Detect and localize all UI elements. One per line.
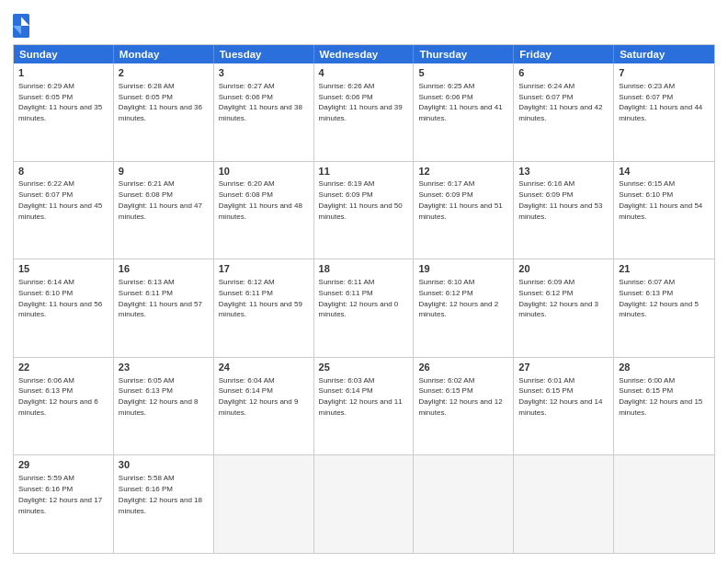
sunrise-info: Sunrise: 6:06 AM <box>18 376 74 385</box>
daylight-info: Daylight: 11 hours and 48 minutes. <box>219 201 302 221</box>
calendar-day-header: Saturday <box>614 45 714 63</box>
calendar-cell: 24 Sunrise: 6:04 AM Sunset: 6:14 PM Dayl… <box>214 358 314 455</box>
calendar-row: 15 Sunrise: 6:14 AM Sunset: 6:10 PM Dayl… <box>14 259 714 357</box>
sunrise-info: Sunrise: 6:21 AM <box>119 179 175 188</box>
calendar-cell: 8 Sunrise: 6:22 AM Sunset: 6:07 PM Dayli… <box>14 162 114 259</box>
day-number: 18 <box>319 262 409 276</box>
daylight-info: Daylight: 11 hours and 36 minutes. <box>119 103 202 122</box>
daylight-info: Daylight: 12 hours and 15 minutes. <box>619 397 702 417</box>
day-number: 8 <box>18 165 108 178</box>
sunrise-info: Sunrise: 6:12 AM <box>219 278 275 286</box>
day-number: 5 <box>418 66 508 80</box>
day-number: 10 <box>219 165 309 178</box>
sunset-info: Sunset: 6:09 PM <box>319 190 373 199</box>
calendar-cell: 23 Sunrise: 6:05 AM Sunset: 6:13 PM Dayl… <box>114 358 214 455</box>
calendar-row: 8 Sunrise: 6:22 AM Sunset: 6:07 PM Dayli… <box>14 161 714 259</box>
sunrise-info: Sunrise: 6:28 AM <box>119 82 175 90</box>
day-number: 26 <box>418 361 508 374</box>
calendar-cell: 30 Sunrise: 5:58 AM Sunset: 6:16 PM Dayl… <box>114 455 214 553</box>
daylight-info: Daylight: 11 hours and 50 minutes. <box>319 201 403 221</box>
calendar-cell: 11 Sunrise: 6:19 AM Sunset: 6:09 PM Dayl… <box>314 162 415 259</box>
day-number: 9 <box>119 165 209 178</box>
sunrise-info: Sunrise: 6:10 AM <box>418 278 474 286</box>
sunset-info: Sunset: 6:05 PM <box>119 93 173 101</box>
daylight-info: Daylight: 11 hours and 38 minutes. <box>219 103 302 122</box>
daylight-info: Daylight: 12 hours and 5 minutes. <box>619 300 699 319</box>
sunset-info: Sunset: 6:11 PM <box>219 289 273 297</box>
calendar-row: 1 Sunrise: 6:29 AM Sunset: 6:05 PM Dayli… <box>14 63 714 161</box>
sunset-info: Sunset: 6:15 PM <box>619 386 673 395</box>
sunrise-info: Sunrise: 6:25 AM <box>418 82 474 90</box>
daylight-info: Daylight: 11 hours and 47 minutes. <box>119 201 202 221</box>
daylight-info: Daylight: 12 hours and 18 minutes. <box>119 496 202 515</box>
calendar-cell-empty <box>414 455 514 553</box>
sunset-info: Sunset: 6:07 PM <box>619 93 673 101</box>
daylight-info: Daylight: 12 hours and 0 minutes. <box>319 300 399 319</box>
sunset-info: Sunset: 6:13 PM <box>619 289 673 297</box>
sunset-info: Sunset: 6:10 PM <box>18 289 73 297</box>
calendar-cell: 22 Sunrise: 6:06 AM Sunset: 6:13 PM Dayl… <box>14 358 114 455</box>
day-number: 14 <box>619 165 710 178</box>
daylight-info: Daylight: 11 hours and 56 minutes. <box>18 300 102 319</box>
calendar-header: SundayMondayTuesdayWednesdayThursdayFrid… <box>14 45 714 63</box>
sunset-info: Sunset: 6:11 PM <box>119 289 173 297</box>
daylight-info: Daylight: 11 hours and 35 minutes. <box>18 103 102 122</box>
calendar-day-header: Tuesday <box>214 45 314 63</box>
day-number: 17 <box>219 262 309 276</box>
calendar-cell: 10 Sunrise: 6:20 AM Sunset: 6:08 PM Dayl… <box>214 162 314 259</box>
calendar-cell: 6 Sunrise: 6:24 AM Sunset: 6:07 PM Dayli… <box>514 63 614 161</box>
sunset-info: Sunset: 6:16 PM <box>18 485 73 493</box>
calendar: SundayMondayTuesdayWednesdayThursdayFrid… <box>13 44 715 554</box>
daylight-info: Daylight: 11 hours and 42 minutes. <box>518 103 602 122</box>
daylight-info: Daylight: 11 hours and 39 minutes. <box>319 103 403 122</box>
sunrise-info: Sunrise: 6:19 AM <box>319 179 375 188</box>
calendar-cell-empty <box>214 455 314 553</box>
sunset-info: Sunset: 6:07 PM <box>518 93 573 101</box>
logo-icon <box>13 13 29 39</box>
day-number: 2 <box>119 66 209 80</box>
logo <box>13 13 33 39</box>
calendar-cell: 29 Sunrise: 5:59 AM Sunset: 6:16 PM Dayl… <box>14 455 114 553</box>
sunrise-info: Sunrise: 6:01 AM <box>518 376 574 385</box>
calendar-cell: 16 Sunrise: 6:13 AM Sunset: 6:11 PM Dayl… <box>114 259 214 357</box>
daylight-info: Daylight: 11 hours and 59 minutes. <box>219 300 302 319</box>
sunrise-info: Sunrise: 5:59 AM <box>18 474 74 482</box>
sunset-info: Sunset: 6:11 PM <box>319 289 373 297</box>
sunrise-info: Sunrise: 6:13 AM <box>119 278 175 286</box>
daylight-info: Daylight: 12 hours and 9 minutes. <box>219 397 299 417</box>
sunset-info: Sunset: 6:05 PM <box>18 93 73 101</box>
daylight-info: Daylight: 12 hours and 17 minutes. <box>18 496 102 515</box>
sunrise-info: Sunrise: 6:22 AM <box>18 179 74 188</box>
calendar-day-header: Friday <box>514 45 614 63</box>
day-number: 23 <box>119 361 209 374</box>
sunrise-info: Sunrise: 6:29 AM <box>18 82 74 90</box>
day-number: 28 <box>619 361 710 374</box>
sunset-info: Sunset: 6:12 PM <box>518 289 573 297</box>
header <box>13 9 715 39</box>
sunset-info: Sunset: 6:13 PM <box>119 386 173 395</box>
sunrise-info: Sunrise: 6:27 AM <box>219 82 275 90</box>
sunset-info: Sunset: 6:09 PM <box>518 190 573 199</box>
sunset-info: Sunset: 6:08 PM <box>219 190 273 199</box>
calendar-cell: 7 Sunrise: 6:23 AM Sunset: 6:07 PM Dayli… <box>614 63 714 161</box>
page: SundayMondayTuesdayWednesdayThursdayFrid… <box>0 0 728 563</box>
calendar-cell: 9 Sunrise: 6:21 AM Sunset: 6:08 PM Dayli… <box>114 162 214 259</box>
sunrise-info: Sunrise: 6:07 AM <box>619 278 675 286</box>
sunrise-info: Sunrise: 6:26 AM <box>319 82 375 90</box>
day-number: 29 <box>18 458 108 472</box>
sunset-info: Sunset: 6:14 PM <box>319 386 373 395</box>
sunrise-info: Sunrise: 6:03 AM <box>319 376 375 385</box>
day-number: 1 <box>18 66 108 80</box>
sunset-info: Sunset: 6:06 PM <box>319 93 373 101</box>
day-number: 16 <box>119 262 209 276</box>
sunset-info: Sunset: 6:06 PM <box>418 93 472 101</box>
sunrise-info: Sunrise: 6:11 AM <box>319 278 375 286</box>
sunset-info: Sunset: 6:07 PM <box>18 190 73 199</box>
calendar-cell: 14 Sunrise: 6:15 AM Sunset: 6:10 PM Dayl… <box>614 162 714 259</box>
day-number: 13 <box>518 165 609 178</box>
daylight-info: Daylight: 11 hours and 44 minutes. <box>619 103 702 122</box>
daylight-info: Daylight: 12 hours and 12 minutes. <box>418 397 502 417</box>
calendar-cell: 5 Sunrise: 6:25 AM Sunset: 6:06 PM Dayli… <box>414 63 514 161</box>
daylight-info: Daylight: 12 hours and 8 minutes. <box>119 397 199 417</box>
day-number: 24 <box>219 361 309 374</box>
